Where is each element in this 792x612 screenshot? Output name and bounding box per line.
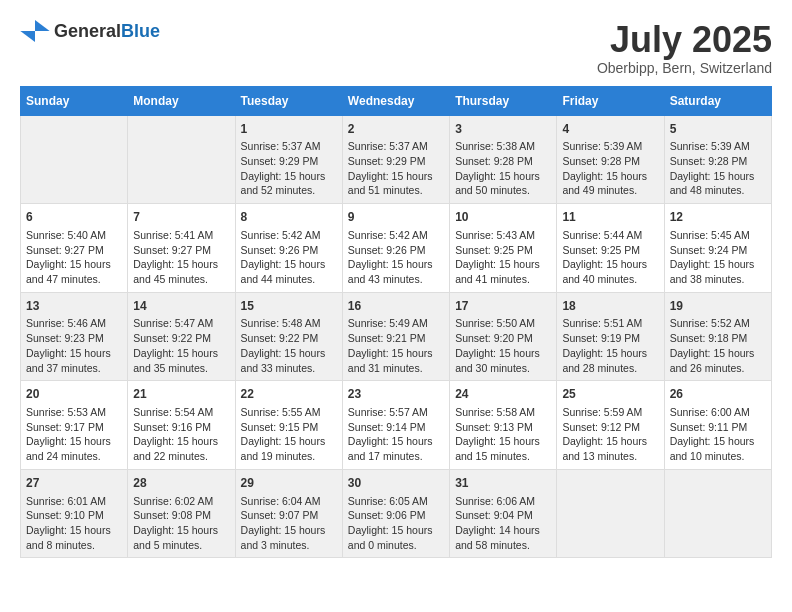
calendar-cell-2-3: 8Sunrise: 5:42 AM Sunset: 9:26 PM Daylig… xyxy=(235,204,342,293)
day-number: 26 xyxy=(670,386,766,403)
col-tuesday: Tuesday xyxy=(235,86,342,115)
calendar-table: Sunday Monday Tuesday Wednesday Thursday… xyxy=(20,86,772,559)
day-info: Sunrise: 6:01 AM Sunset: 9:10 PM Dayligh… xyxy=(26,494,122,553)
day-number: 28 xyxy=(133,475,229,492)
page-header: GeneralBlue July 2025 Oberbipp, Bern, Sw… xyxy=(20,20,772,76)
calendar-cell-4-3: 22Sunrise: 5:55 AM Sunset: 9:15 PM Dayli… xyxy=(235,381,342,470)
day-info: Sunrise: 5:51 AM Sunset: 9:19 PM Dayligh… xyxy=(562,316,658,375)
day-number: 24 xyxy=(455,386,551,403)
day-info: Sunrise: 5:37 AM Sunset: 9:29 PM Dayligh… xyxy=(241,139,337,198)
day-info: Sunrise: 5:57 AM Sunset: 9:14 PM Dayligh… xyxy=(348,405,444,464)
calendar-cell-5-6 xyxy=(557,469,664,558)
col-thursday: Thursday xyxy=(450,86,557,115)
day-info: Sunrise: 6:02 AM Sunset: 9:08 PM Dayligh… xyxy=(133,494,229,553)
day-number: 21 xyxy=(133,386,229,403)
day-number: 10 xyxy=(455,209,551,226)
calendar-cell-3-4: 16Sunrise: 5:49 AM Sunset: 9:21 PM Dayli… xyxy=(342,292,449,381)
calendar-cell-2-7: 12Sunrise: 5:45 AM Sunset: 9:24 PM Dayli… xyxy=(664,204,771,293)
calendar-week-row-3: 13Sunrise: 5:46 AM Sunset: 9:23 PM Dayli… xyxy=(21,292,772,381)
logo-text-blue: Blue xyxy=(121,21,160,41)
day-number: 13 xyxy=(26,298,122,315)
month-year-title: July 2025 xyxy=(597,20,772,60)
calendar-cell-5-7 xyxy=(664,469,771,558)
day-number: 11 xyxy=(562,209,658,226)
day-number: 7 xyxy=(133,209,229,226)
day-number: 1 xyxy=(241,121,337,138)
calendar-cell-2-5: 10Sunrise: 5:43 AM Sunset: 9:25 PM Dayli… xyxy=(450,204,557,293)
day-number: 25 xyxy=(562,386,658,403)
calendar-cell-1-7: 5Sunrise: 5:39 AM Sunset: 9:28 PM Daylig… xyxy=(664,115,771,204)
day-number: 3 xyxy=(455,121,551,138)
calendar-cell-4-4: 23Sunrise: 5:57 AM Sunset: 9:14 PM Dayli… xyxy=(342,381,449,470)
day-info: Sunrise: 5:40 AM Sunset: 9:27 PM Dayligh… xyxy=(26,228,122,287)
svg-marker-0 xyxy=(35,20,50,31)
day-number: 19 xyxy=(670,298,766,315)
day-info: Sunrise: 5:46 AM Sunset: 9:23 PM Dayligh… xyxy=(26,316,122,375)
calendar-cell-4-6: 25Sunrise: 5:59 AM Sunset: 9:12 PM Dayli… xyxy=(557,381,664,470)
title-area: July 2025 Oberbipp, Bern, Switzerland xyxy=(597,20,772,76)
day-info: Sunrise: 6:05 AM Sunset: 9:06 PM Dayligh… xyxy=(348,494,444,553)
calendar-cell-1-6: 4Sunrise: 5:39 AM Sunset: 9:28 PM Daylig… xyxy=(557,115,664,204)
day-number: 15 xyxy=(241,298,337,315)
calendar-cell-5-2: 28Sunrise: 6:02 AM Sunset: 9:08 PM Dayli… xyxy=(128,469,235,558)
calendar-cell-3-1: 13Sunrise: 5:46 AM Sunset: 9:23 PM Dayli… xyxy=(21,292,128,381)
col-monday: Monday xyxy=(128,86,235,115)
day-info: Sunrise: 5:41 AM Sunset: 9:27 PM Dayligh… xyxy=(133,228,229,287)
day-info: Sunrise: 5:58 AM Sunset: 9:13 PM Dayligh… xyxy=(455,405,551,464)
col-sunday: Sunday xyxy=(21,86,128,115)
day-number: 17 xyxy=(455,298,551,315)
calendar-cell-2-2: 7Sunrise: 5:41 AM Sunset: 9:27 PM Daylig… xyxy=(128,204,235,293)
calendar-cell-2-6: 11Sunrise: 5:44 AM Sunset: 9:25 PM Dayli… xyxy=(557,204,664,293)
location-subtitle: Oberbipp, Bern, Switzerland xyxy=(597,60,772,76)
day-number: 14 xyxy=(133,298,229,315)
day-info: Sunrise: 5:39 AM Sunset: 9:28 PM Dayligh… xyxy=(562,139,658,198)
calendar-week-row-4: 20Sunrise: 5:53 AM Sunset: 9:17 PM Dayli… xyxy=(21,381,772,470)
day-number: 6 xyxy=(26,209,122,226)
day-info: Sunrise: 5:45 AM Sunset: 9:24 PM Dayligh… xyxy=(670,228,766,287)
calendar-cell-3-2: 14Sunrise: 5:47 AM Sunset: 9:22 PM Dayli… xyxy=(128,292,235,381)
calendar-cell-1-4: 2Sunrise: 5:37 AM Sunset: 9:29 PM Daylig… xyxy=(342,115,449,204)
calendar-cell-3-5: 17Sunrise: 5:50 AM Sunset: 9:20 PM Dayli… xyxy=(450,292,557,381)
svg-marker-1 xyxy=(20,31,35,42)
day-info: Sunrise: 5:42 AM Sunset: 9:26 PM Dayligh… xyxy=(241,228,337,287)
day-info: Sunrise: 5:54 AM Sunset: 9:16 PM Dayligh… xyxy=(133,405,229,464)
day-number: 30 xyxy=(348,475,444,492)
day-info: Sunrise: 6:00 AM Sunset: 9:11 PM Dayligh… xyxy=(670,405,766,464)
logo-text-general: General xyxy=(54,21,121,41)
day-number: 31 xyxy=(455,475,551,492)
day-number: 2 xyxy=(348,121,444,138)
day-number: 8 xyxy=(241,209,337,226)
day-info: Sunrise: 5:39 AM Sunset: 9:28 PM Dayligh… xyxy=(670,139,766,198)
calendar-cell-5-1: 27Sunrise: 6:01 AM Sunset: 9:10 PM Dayli… xyxy=(21,469,128,558)
day-number: 12 xyxy=(670,209,766,226)
col-wednesday: Wednesday xyxy=(342,86,449,115)
calendar-cell-4-7: 26Sunrise: 6:00 AM Sunset: 9:11 PM Dayli… xyxy=(664,381,771,470)
day-number: 16 xyxy=(348,298,444,315)
day-info: Sunrise: 5:59 AM Sunset: 9:12 PM Dayligh… xyxy=(562,405,658,464)
calendar-cell-1-2 xyxy=(128,115,235,204)
logo-icon xyxy=(20,20,50,42)
calendar-cell-1-3: 1Sunrise: 5:37 AM Sunset: 9:29 PM Daylig… xyxy=(235,115,342,204)
col-saturday: Saturday xyxy=(664,86,771,115)
calendar-cell-5-4: 30Sunrise: 6:05 AM Sunset: 9:06 PM Dayli… xyxy=(342,469,449,558)
day-info: Sunrise: 5:43 AM Sunset: 9:25 PM Dayligh… xyxy=(455,228,551,287)
calendar-header-row: Sunday Monday Tuesday Wednesday Thursday… xyxy=(21,86,772,115)
logo: GeneralBlue xyxy=(20,20,160,42)
day-info: Sunrise: 5:55 AM Sunset: 9:15 PM Dayligh… xyxy=(241,405,337,464)
day-number: 22 xyxy=(241,386,337,403)
calendar-cell-1-5: 3Sunrise: 5:38 AM Sunset: 9:28 PM Daylig… xyxy=(450,115,557,204)
col-friday: Friday xyxy=(557,86,664,115)
day-number: 27 xyxy=(26,475,122,492)
day-info: Sunrise: 5:37 AM Sunset: 9:29 PM Dayligh… xyxy=(348,139,444,198)
calendar-cell-4-2: 21Sunrise: 5:54 AM Sunset: 9:16 PM Dayli… xyxy=(128,381,235,470)
day-info: Sunrise: 5:44 AM Sunset: 9:25 PM Dayligh… xyxy=(562,228,658,287)
calendar-cell-5-5: 31Sunrise: 6:06 AM Sunset: 9:04 PM Dayli… xyxy=(450,469,557,558)
day-info: Sunrise: 5:52 AM Sunset: 9:18 PM Dayligh… xyxy=(670,316,766,375)
day-number: 4 xyxy=(562,121,658,138)
day-info: Sunrise: 6:04 AM Sunset: 9:07 PM Dayligh… xyxy=(241,494,337,553)
day-info: Sunrise: 6:06 AM Sunset: 9:04 PM Dayligh… xyxy=(455,494,551,553)
day-info: Sunrise: 5:49 AM Sunset: 9:21 PM Dayligh… xyxy=(348,316,444,375)
day-info: Sunrise: 5:53 AM Sunset: 9:17 PM Dayligh… xyxy=(26,405,122,464)
day-info: Sunrise: 5:48 AM Sunset: 9:22 PM Dayligh… xyxy=(241,316,337,375)
day-number: 18 xyxy=(562,298,658,315)
